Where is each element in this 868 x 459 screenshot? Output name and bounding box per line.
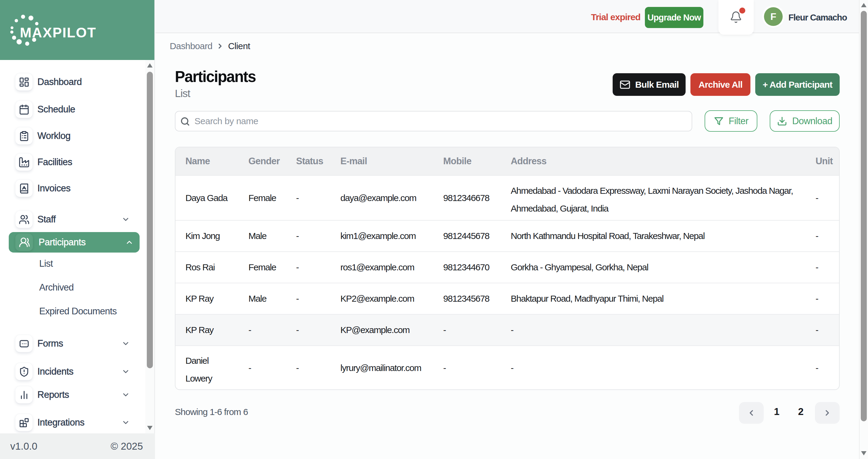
svg-text:MAXPILOT: MAXPILOT	[20, 25, 96, 40]
